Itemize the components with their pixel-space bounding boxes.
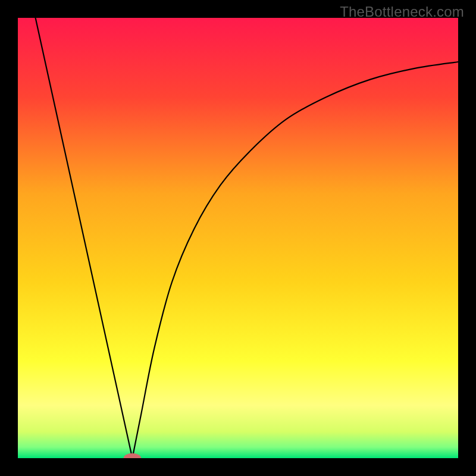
plot-area	[18, 18, 458, 458]
chart-frame: TheBottleneck.com	[0, 0, 476, 476]
watermark-text: TheBottleneck.com	[340, 4, 464, 20]
chart-svg	[18, 18, 458, 458]
